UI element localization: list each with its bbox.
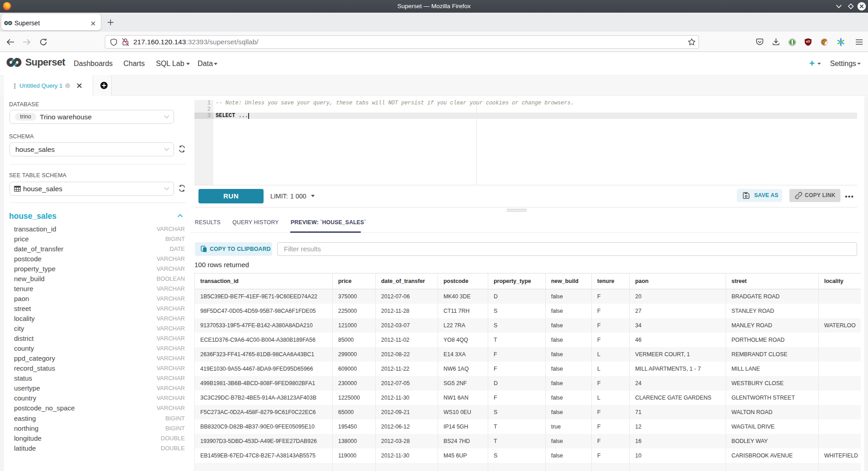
svg-text:uO: uO bbox=[806, 40, 810, 43]
